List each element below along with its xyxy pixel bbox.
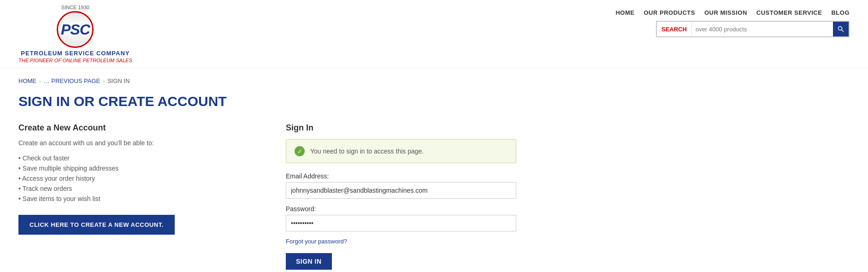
two-column-layout: Create a New Account Create an account w…	[18, 123, 850, 270]
company-name: PETROLEUM SERVICE COMPANY	[21, 50, 130, 57]
sign-in-button[interactable]: SIGN IN	[286, 253, 332, 270]
nav-our-products[interactable]: OUR PRODUCTS	[644, 9, 695, 16]
benefit-5: Save items to your wish list	[18, 194, 258, 204]
sign-in-heading: Sign In	[286, 123, 516, 133]
page-title: SIGN IN OR CREATE ACCOUNT	[18, 94, 850, 109]
page-content: HOME › … PREVIOUS PAGE › SIGN IN SIGN IN…	[0, 68, 868, 272]
logo-badge[interactable]: PSC	[57, 11, 94, 48]
logo-psc-text: PSC	[61, 21, 90, 38]
main-nav: HOME OUR PRODUCTS OUR MISSION CUSTOMER S…	[615, 5, 850, 16]
company-tagline: THE PIONEER OF ONLINE PETROLEUM SALES	[18, 58, 132, 63]
svg-point-0	[838, 27, 842, 30]
logo-section: SINCE 1930 PSC PETROLEUM SERVICE COMPANY…	[18, 5, 132, 63]
breadcrumb-current: SIGN IN	[107, 77, 130, 84]
site-header: SINCE 1930 PSC PETROLEUM SERVICE COMPANY…	[0, 0, 868, 68]
search-input[interactable]	[692, 22, 833, 36]
create-account-heading: Create a New Account	[18, 123, 258, 133]
forgot-password-link[interactable]: Forgot your password?	[286, 238, 516, 245]
alert-message: You need to sign in to access this page.	[310, 148, 424, 155]
search-label: SEARCH	[657, 22, 692, 36]
breadcrumb-sep-2: ›	[103, 78, 105, 84]
benefit-2: Save multiple shipping addresses	[18, 163, 258, 173]
breadcrumb-home[interactable]: HOME	[18, 77, 36, 84]
sign-in-section: Sign In ✓ You need to sign in to access …	[286, 123, 516, 270]
search-icon	[838, 26, 844, 32]
benefits-list: Check out faster Save multiple shipping …	[18, 153, 258, 204]
breadcrumb-prev[interactable]: … PREVIOUS PAGE	[44, 77, 100, 84]
benefit-4: Track new orders	[18, 183, 258, 194]
breadcrumb-sep-1: ›	[39, 78, 41, 84]
password-label: Password:	[286, 205, 516, 213]
nav-customer-service[interactable]: CUSTOMER SERVICE	[756, 9, 822, 16]
nav-home[interactable]: HOME	[615, 9, 634, 16]
breadcrumb: HOME › … PREVIOUS PAGE › SIGN IN	[18, 77, 850, 84]
email-label: Email Address:	[286, 172, 516, 180]
benefit-3: Access your order history	[18, 173, 258, 183]
benefit-1: Check out faster	[18, 153, 258, 163]
alert-box: ✓ You need to sign in to access this pag…	[286, 139, 516, 163]
svg-line-1	[842, 30, 844, 32]
since-text: SINCE 1930	[61, 5, 89, 10]
search-bar: SEARCH	[656, 21, 850, 37]
alert-check-icon: ✓	[295, 146, 305, 156]
create-account-button[interactable]: CLICK HERE TO CREATE A NEW ACCOUNT.	[18, 215, 175, 235]
nav-blog[interactable]: BLOG	[831, 9, 850, 16]
nav-search-section: HOME OUR PRODUCTS OUR MISSION CUSTOMER S…	[615, 5, 850, 37]
create-account-section: Create a New Account Create an account w…	[18, 123, 258, 235]
email-input[interactable]	[286, 182, 516, 199]
password-input[interactable]	[286, 215, 516, 231]
nav-our-mission[interactable]: OUR MISSION	[704, 9, 747, 16]
create-account-intro: Create an account with us and you'll be …	[18, 139, 258, 147]
search-button[interactable]	[833, 22, 849, 36]
